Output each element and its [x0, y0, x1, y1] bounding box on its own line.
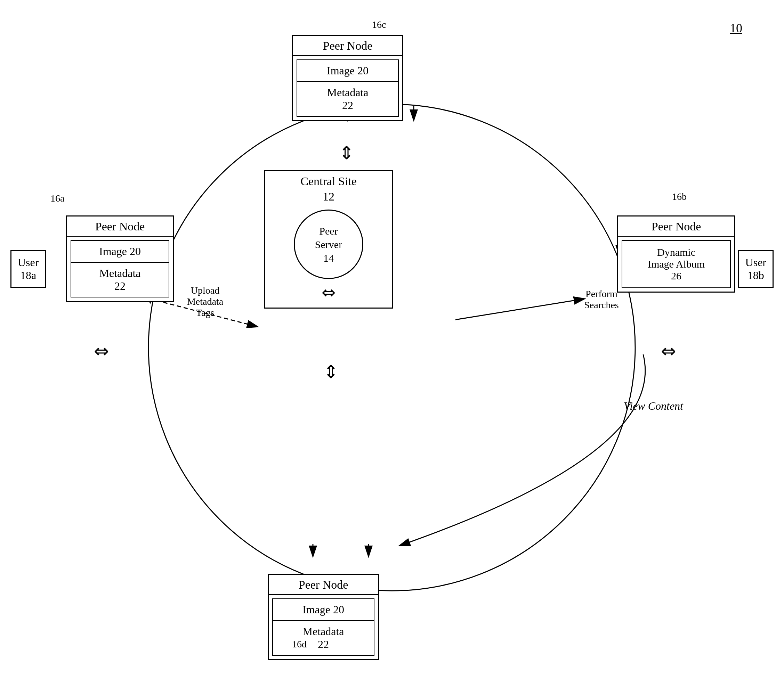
peer-node-left: Peer Node Image 20 Metadata22 [66, 215, 174, 302]
peer-node-bottom-image: Image 20 [273, 599, 374, 621]
peer-server-text: PeerServer14 [315, 224, 342, 265]
peer-node-top-image: Image 20 [297, 60, 398, 82]
peer-node-left-inner: Image 20 Metadata22 [71, 240, 169, 297]
peer-node-bottom-inner: Image 20 Metadata22 [272, 598, 374, 656]
central-site-title: Central Site [265, 171, 392, 190]
ref-left: 16a [50, 193, 64, 204]
peer-node-right-album: DynamicImage Album26 [623, 241, 730, 288]
peer-node-right-inner: DynamicImage Album26 [622, 240, 731, 288]
peer-node-top-inner: Image 20 Metadata22 [296, 59, 399, 117]
peer-node-top-metadata: Metadata22 [297, 82, 398, 116]
peer-node-left-image: Image 20 [71, 241, 169, 263]
arrow-bottom-central: ⇕ [323, 361, 339, 382]
annotation-upload: UploadMetadataTags [170, 285, 240, 318]
peer-server-circle: PeerServer14 [294, 210, 363, 279]
svg-line-10 [455, 299, 584, 320]
arrow-central-h: ⇔ [265, 283, 392, 302]
annotation-view-content: View Content [624, 399, 683, 412]
annotation-searches: PerformSearches [568, 288, 634, 311]
peer-node-top: Peer Node Image 20 Metadata22 [292, 35, 403, 121]
peer-node-left-metadata: Metadata22 [71, 263, 169, 297]
central-site-box: Central Site 12 PeerServer14 ⇔ [264, 170, 393, 309]
arrow-top-central: ⇕ [339, 143, 354, 163]
peer-node-right-title: Peer Node [618, 217, 734, 237]
ref-bottom: 16d [292, 639, 306, 650]
peer-node-bottom-title: Peer Node [269, 575, 378, 595]
diagram-number: 10 [730, 21, 742, 35]
peer-node-bottom: Peer Node Image 20 Metadata22 [268, 574, 379, 660]
diagram-container: 10 16c Peer Node Image 20 Metadata22 ⇕ C… [0, 0, 784, 695]
ref-right: 16b [672, 191, 687, 202]
peer-node-top-title: Peer Node [293, 36, 402, 56]
peer-node-bottom-metadata: Metadata22 [273, 621, 374, 655]
peer-node-right: Peer Node DynamicImage Album26 [617, 215, 735, 292]
user-right-box: User18b [738, 250, 774, 288]
peer-node-left-title: Peer Node [67, 217, 173, 237]
ref-top: 16c [372, 19, 386, 30]
arrow-left-h: ⇔ [94, 340, 109, 361]
arrow-right-h: ⇔ [661, 340, 676, 361]
user-left-box: User18a [10, 250, 46, 288]
central-site-subtitle: 12 [265, 190, 392, 206]
